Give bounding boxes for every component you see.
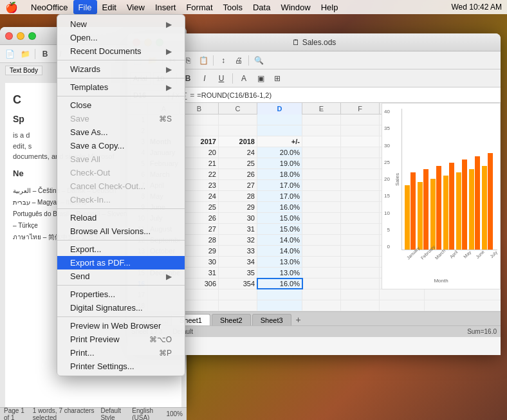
menubar-data[interactable]: Data [248, 0, 275, 14]
grid-cell[interactable] [302, 202, 341, 212]
grid-cell[interactable]: 17.0% [257, 180, 302, 190]
grid-cell[interactable]: 31 [180, 268, 219, 278]
menu-item-properties---[interactable]: Properties... [57, 288, 185, 301]
grid-cell[interactable] [180, 300, 219, 311]
grid-cell[interactable]: +/- [257, 136, 302, 147]
grid-cell[interactable]: 32 [219, 235, 257, 245]
grid-cell[interactable] [302, 169, 341, 179]
grid-cell[interactable]: 19.0% [257, 158, 302, 169]
grid-cell[interactable]: 24 [219, 147, 257, 158]
grid-cell[interactable]: 28 [180, 235, 219, 245]
grid-cell[interactable] [341, 246, 380, 256]
menubar-tools[interactable]: Tools [218, 0, 248, 14]
grid-cell[interactable]: 27 [180, 224, 219, 234]
grid-cell[interactable] [341, 158, 380, 169]
bg-color-icon[interactable]: ▣ [254, 72, 268, 85]
grid-cell[interactable] [302, 114, 341, 125]
grid-cell[interactable] [380, 300, 425, 311]
grid-cell[interactable] [219, 114, 257, 125]
grid-cell[interactable] [302, 268, 341, 278]
grid-cell[interactable] [341, 114, 380, 125]
grid-cell[interactable]: 2018 [219, 136, 257, 147]
grid-cell[interactable]: 2017 [180, 136, 219, 147]
grid-cell[interactable] [219, 300, 257, 311]
grid-cell[interactable] [302, 213, 341, 223]
grid-cell[interactable]: 25 [180, 202, 219, 212]
grid-cell[interactable] [302, 147, 341, 158]
menu-item-digital-signatures---[interactable]: Digital Signatures... [57, 301, 185, 315]
add-sheet-button[interactable]: + [293, 314, 304, 325]
sheet-tab-3[interactable]: Sheet3 [252, 314, 291, 325]
grid-cell[interactable]: 14.0% [257, 246, 302, 256]
menu-item-open---[interactable]: Open... [57, 31, 185, 44]
grid-cell[interactable]: 30 [219, 213, 257, 223]
maximize-button[interactable] [28, 32, 36, 40]
formula-input[interactable]: =ROUND(C16/B16-1,2) [197, 91, 498, 99]
grid-cell[interactable]: 17.0% [257, 191, 302, 201]
grid-cell[interactable]: 27 [219, 180, 257, 190]
grid-cell[interactable]: 13.0% [257, 257, 302, 267]
grid-cell[interactable]: 33 [219, 246, 257, 256]
grid-cell[interactable]: 29 [219, 202, 257, 212]
open-icon[interactable]: 📁 [18, 48, 32, 60]
grid-cell[interactable]: 35 [219, 268, 257, 278]
grid-cell[interactable] [302, 125, 341, 136]
menubar-view[interactable]: View [122, 0, 150, 14]
grid-cell[interactable] [380, 289, 425, 300]
grid-cell[interactable]: 29 [180, 246, 219, 256]
border-icon[interactable]: ⊞ [270, 72, 284, 85]
grid-cell[interactable] [302, 246, 341, 256]
grid-cell[interactable] [257, 114, 302, 125]
grid-cell[interactable] [302, 136, 341, 147]
grid-cell[interactable]: 26 [180, 213, 219, 223]
grid-cell[interactable] [180, 289, 219, 300]
grid-cell[interactable] [341, 136, 380, 147]
grid-cell[interactable] [302, 180, 341, 190]
italic-format-icon[interactable]: I [198, 72, 212, 85]
minimize-button[interactable] [17, 32, 24, 40]
grid-cell[interactable]: 18.0% [257, 169, 302, 179]
menu-item-new[interactable]: New▶ [57, 17, 185, 31]
grid-cell[interactable] [341, 300, 380, 311]
bold-icon[interactable]: B [38, 48, 52, 60]
menu-item-close[interactable]: Close [57, 98, 185, 112]
menubar-format[interactable]: Format [181, 0, 217, 14]
close-button[interactable] [5, 32, 13, 40]
grid-cell[interactable] [219, 289, 257, 300]
font-color-icon[interactable]: A [237, 72, 251, 85]
grid-cell[interactable] [257, 300, 302, 311]
grid-cell[interactable] [257, 289, 302, 300]
grid-cell[interactable]: 16.0% [257, 278, 302, 289]
grid-cell[interactable]: 25 [219, 158, 257, 169]
underline-format-icon[interactable]: U [214, 72, 228, 85]
ss-paste-icon[interactable]: 📋 [196, 54, 210, 67]
apple-menu[interactable]: 🍎 [5, 1, 18, 14]
grid-cell[interactable] [341, 202, 380, 212]
grid-cell[interactable] [219, 125, 257, 136]
menu-item-save-a-copy---[interactable]: Save a Copy... [57, 139, 185, 152]
menu-item-export-as-pdf---[interactable]: Export as PDF... [57, 256, 185, 269]
menu-item-export---[interactable]: Export... [57, 242, 185, 256]
ss-search-icon[interactable]: 🔍 [252, 54, 266, 67]
menubar-help[interactable]: Help [316, 0, 344, 14]
grid-cell[interactable] [341, 147, 380, 158]
menu-item-browse-all-versions---[interactable]: Browse All Versions... [57, 224, 185, 238]
grid-cell[interactable] [302, 289, 341, 300]
grid-cell[interactable] [302, 235, 341, 245]
grid-cell[interactable]: 20.0% [257, 147, 302, 158]
menu-item-send[interactable]: Send▶ [57, 269, 185, 283]
grid-cell[interactable]: 24 [180, 191, 219, 201]
grid-cell[interactable]: 22 [180, 169, 219, 179]
grid-cell[interactable]: 26 [219, 169, 257, 179]
grid-cell[interactable] [341, 224, 380, 234]
grid-cell[interactable] [302, 158, 341, 169]
grid-cell[interactable] [180, 114, 219, 125]
menu-item-print-preview[interactable]: Print Preview⌘⌥O [57, 333, 185, 346]
grid-cell[interactable] [257, 125, 302, 136]
menu-item-reload[interactable]: Reload [57, 211, 185, 224]
grid-cell[interactable] [302, 257, 341, 267]
grid-cell[interactable] [341, 235, 380, 245]
menu-item-printer-settings---[interactable]: Printer Settings... [57, 360, 185, 373]
menubar-insert[interactable]: Insert [150, 0, 181, 14]
sheet-tab-2[interactable]: Sheet2 [212, 314, 251, 325]
